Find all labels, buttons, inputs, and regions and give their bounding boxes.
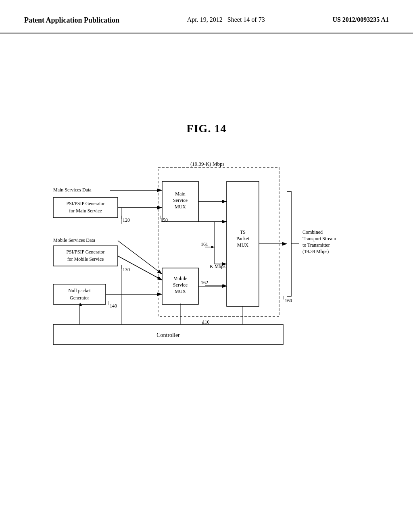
- svg-text:for Mobile Service: for Mobile Service: [67, 256, 104, 262]
- transport-stream-label: Transport Stream: [302, 236, 336, 241]
- svg-text:161: 161: [201, 241, 208, 247]
- svg-text:MUX: MUX: [237, 242, 248, 248]
- page-header: Patent Application Publication Apr. 19, …: [0, 0, 413, 33]
- svg-text:PSI/PSIP Generator: PSI/PSIP Generator: [66, 249, 104, 255]
- svg-text:Service: Service: [173, 197, 188, 203]
- svg-text:Mobile: Mobile: [173, 276, 188, 281]
- svg-text:160: 160: [285, 298, 292, 303]
- diagram-area: (19.39-K) Mbps Main Service MUX Mobile S…: [41, 159, 372, 369]
- svg-text:Service: Service: [173, 282, 188, 288]
- svg-text:Generator: Generator: [70, 295, 89, 301]
- svg-text:Main Services Data: Main Services Data: [53, 187, 92, 193]
- svg-text:120: 120: [123, 217, 130, 223]
- svg-text:PSI/PSIP Generator: PSI/PSIP Generator: [66, 201, 104, 206]
- svg-rect-45: [53, 284, 106, 304]
- svg-text:110: 110: [202, 319, 210, 325]
- svg-text:140: 140: [110, 303, 117, 309]
- svg-text:Null packet: Null packet: [68, 288, 91, 293]
- publication-date-sheet: Apr. 19, 2012 Sheet 14 of 73: [187, 16, 265, 23]
- svg-text:MUX: MUX: [175, 289, 186, 294]
- svg-text:Main: Main: [175, 191, 185, 197]
- svg-text:K Mbps: K Mbps: [210, 264, 225, 269]
- publication-number: US 2012/0093235 A1: [332, 16, 389, 23]
- svg-text:130: 130: [123, 267, 130, 272]
- sheet-info: Sheet 14 of 73: [227, 16, 265, 23]
- svg-text:Mobile Services Data: Mobile Services Data: [53, 237, 96, 243]
- diagram-svg: (19.39-K) Mbps Main Service MUX Mobile S…: [41, 159, 372, 369]
- svg-text:to Transmitter: to Transmitter: [302, 242, 330, 248]
- svg-text:MUX: MUX: [175, 204, 186, 210]
- combined-label: Combined: [302, 229, 323, 235]
- bandwidth-label: (19.39-K) Mbps: [190, 161, 225, 167]
- svg-text:for Main Service: for Main Service: [69, 208, 102, 214]
- svg-text:Packet: Packet: [236, 236, 250, 241]
- svg-text:TS: TS: [240, 229, 246, 235]
- svg-text:162: 162: [201, 280, 208, 285]
- svg-text:Controller: Controller: [156, 332, 180, 338]
- svg-text:(19.39 Mbps): (19.39 Mbps): [302, 249, 329, 254]
- publication-title: Patent Application Publication: [24, 16, 119, 25]
- svg-text:150: 150: [161, 217, 168, 223]
- figure-title: FIG. 14: [0, 122, 413, 135]
- publication-date: Apr. 19, 2012: [187, 16, 223, 23]
